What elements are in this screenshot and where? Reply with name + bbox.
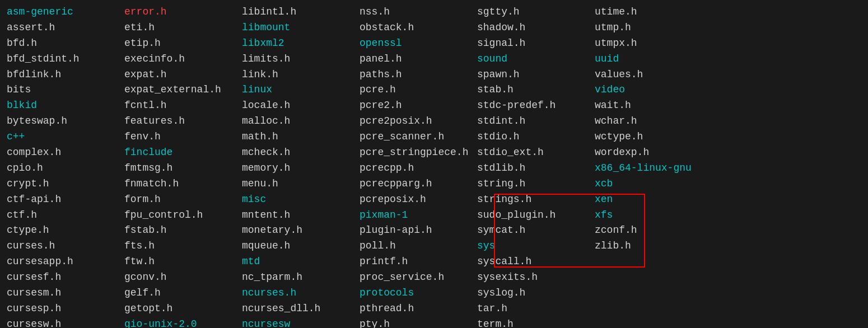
list-item: uuid — [595, 51, 707, 67]
list-item: byteswap.h — [7, 114, 119, 129]
list-item: pcre.h — [360, 82, 472, 98]
list-item: error.h — [124, 4, 236, 20]
list-item: openssl — [360, 36, 472, 51]
list-item: utmpx.h — [595, 36, 707, 51]
list-item: pty.h — [360, 317, 472, 328]
terminal: asm-genericassert.hbfd.hbfd_stdint.hbfdl… — [0, 0, 868, 328]
list-item: wctype.h — [595, 129, 707, 145]
list-item: values.h — [595, 67, 707, 83]
list-item: complex.h — [7, 145, 119, 161]
list-item: nss.h — [360, 4, 472, 20]
list-item: sound — [477, 51, 589, 67]
list-item: fenv.h — [124, 129, 236, 145]
list-item: pcre_stringpiece.h — [360, 145, 472, 161]
list-item: stdint.h — [477, 114, 589, 129]
list-item: pcre2.h — [360, 98, 472, 114]
list-item: ftw.h — [124, 254, 236, 270]
list-item: zconf.h — [595, 223, 707, 238]
list-item: etip.h — [124, 36, 236, 51]
list-item: fstab.h — [124, 223, 236, 238]
list-item: fts.h — [124, 238, 236, 254]
list-item: string.h — [477, 176, 589, 192]
list-item: expat_external.h — [124, 82, 236, 98]
column-col2: error.heti.hetip.hexecinfo.hexpat.hexpat… — [124, 4, 242, 328]
list-item: cursesp.h — [7, 301, 119, 317]
list-item: assert.h — [7, 20, 119, 36]
list-item: mntent.h — [242, 208, 354, 223]
list-item: crypt.h — [7, 176, 119, 192]
list-item: form.h — [124, 192, 236, 208]
list-item: getopt.h — [124, 301, 236, 317]
list-item: bfd_stdint.h — [7, 51, 119, 67]
list-item: pcrecpparg.h — [360, 176, 472, 192]
list-item: libmount — [242, 20, 354, 36]
list-item: cursesm.h — [7, 285, 119, 301]
list-item: spawn.h — [477, 67, 589, 83]
list-item: linux — [242, 82, 354, 98]
list-item: mtd — [242, 254, 354, 270]
list-item: pcre2posix.h — [360, 114, 472, 129]
file-listing: asm-genericassert.hbfd.hbfd_stdint.hbfdl… — [7, 4, 861, 328]
list-item: link.h — [242, 67, 354, 83]
list-item: libintl.h — [242, 4, 354, 20]
list-item: ctype.h — [7, 223, 119, 238]
list-item: plugin-api.h — [360, 223, 472, 238]
list-item: expat.h — [124, 67, 236, 83]
list-item: malloc.h — [242, 114, 354, 129]
list-item: paths.h — [360, 67, 472, 83]
list-item: xfs — [595, 208, 707, 223]
list-item: monetary.h — [242, 223, 354, 238]
list-item: zlib.h — [595, 238, 707, 254]
list-item: sudo_plugin.h — [477, 208, 589, 223]
list-item: misc — [242, 192, 354, 208]
list-item: pcrecpp.h — [360, 161, 472, 176]
list-item: memory.h — [242, 161, 354, 176]
list-item: xcb — [595, 176, 707, 192]
list-item: asm-generic — [7, 4, 119, 20]
list-item: curses.h — [7, 238, 119, 254]
list-item: ncurses.h — [242, 285, 354, 301]
list-item: blkid — [7, 98, 119, 114]
list-item: eti.h — [124, 20, 236, 36]
list-item: ncursesw — [242, 317, 354, 328]
list-item: cursesf.h — [7, 270, 119, 285]
column-col4: nss.hobstack.hopensslpanel.hpaths.hpcre.… — [360, 4, 477, 328]
list-item: panel.h — [360, 51, 472, 67]
column-col6: utime.hutmp.hutmpx.huuidvalues.hvideowai… — [595, 4, 712, 328]
list-item: utmp.h — [595, 20, 707, 36]
list-item: pcreposix.h — [360, 192, 472, 208]
list-item: features.h — [124, 114, 236, 129]
list-item: gio-unix-2.0 — [124, 317, 236, 328]
list-item: poll.h — [360, 238, 472, 254]
list-item: fnmatch.h — [124, 176, 236, 192]
list-item: nc_tparm.h — [242, 270, 354, 285]
list-item: pixman-1 — [360, 208, 472, 223]
list-item: bits — [7, 82, 119, 98]
list-item: gelf.h — [124, 285, 236, 301]
list-item: execinfo.h — [124, 51, 236, 67]
list-item: stdio_ext.h — [477, 145, 589, 161]
column-col3: libintl.hlibmountlibxml2limits.hlink.hli… — [242, 4, 360, 328]
list-item: ctf.h — [7, 208, 119, 223]
list-item: finclude — [124, 145, 236, 161]
list-item: fpu_control.h — [124, 208, 236, 223]
column-col1: asm-genericassert.hbfd.hbfd_stdint.hbfdl… — [7, 4, 124, 328]
list-item: sgtty.h — [477, 4, 589, 20]
list-item: mqueue.h — [242, 238, 354, 254]
list-item: cpio.h — [7, 161, 119, 176]
list-item: shadow.h — [477, 20, 589, 36]
list-item: limits.h — [242, 51, 354, 67]
list-item: xen — [595, 192, 707, 208]
list-item: gconv.h — [124, 270, 236, 285]
list-item: cursesapp.h — [7, 254, 119, 270]
list-item: wordexp.h — [595, 145, 707, 161]
list-item: ctf-api.h — [7, 192, 119, 208]
list-item: sysexits.h — [477, 270, 589, 285]
list-item: stdc-predef.h — [477, 98, 589, 114]
list-item: fcntl.h — [124, 98, 236, 114]
list-item: obstack.h — [360, 20, 472, 36]
list-item: libxml2 — [242, 36, 354, 51]
list-item: pcre_scanner.h — [360, 129, 472, 145]
list-item: stdlib.h — [477, 161, 589, 176]
list-item: video — [595, 82, 707, 98]
